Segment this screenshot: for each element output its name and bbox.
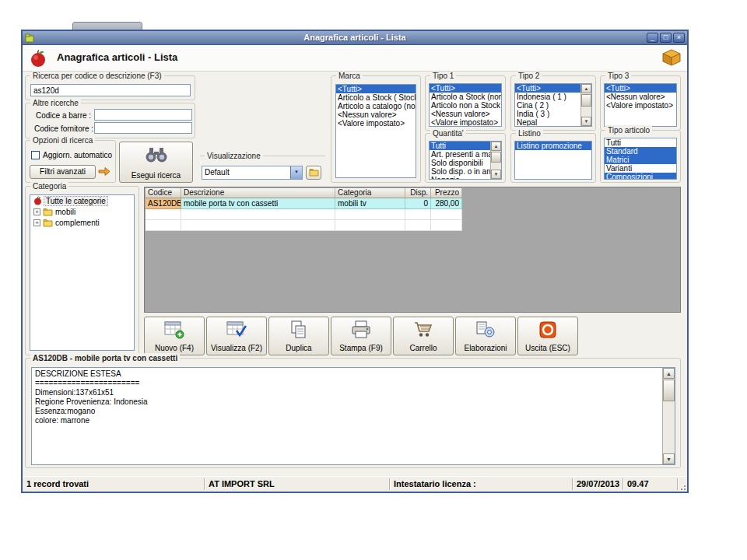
- advanced-filters-button[interactable]: Filtri avanzati: [30, 165, 96, 179]
- scrollbar-thumb[interactable]: [581, 94, 591, 107]
- scroll-up-icon[interactable]: ▲: [663, 368, 675, 379]
- tree-item-label: mobili: [55, 208, 75, 216]
- scrollbar[interactable]: ▲ ▼: [490, 142, 501, 179]
- chevron-down-icon[interactable]: ▼: [290, 166, 302, 179]
- status-divider: [572, 478, 573, 490]
- list-item[interactable]: Solo disp. o in arrivo: [430, 167, 490, 176]
- list-item[interactable]: <Nessun valore>: [336, 110, 416, 119]
- list-item[interactable]: Articolo a Stock (non si a: [430, 93, 501, 101]
- list-item[interactable]: Listino promozione: [515, 142, 591, 150]
- list-item[interactable]: <Tutti>: [605, 84, 676, 93]
- column-header-descrizione[interactable]: Descrizione: [181, 188, 335, 198]
- tipo2-listbox[interactable]: <Tutti> Indonesia ( 1 ) Cina ( 2 ) India…: [514, 83, 592, 127]
- list-item[interactable]: <Valore impostato>: [336, 119, 416, 128]
- tipo3-listbox[interactable]: <Tutti> <Nessun valore> <Valore impostat…: [604, 83, 677, 127]
- print-button[interactable]: Stampa (F9): [331, 317, 391, 355]
- processing-button[interactable]: Elaborazioni: [455, 317, 516, 355]
- apple-icon: [29, 49, 47, 68]
- list-item[interactable]: Articolo non a Stock (si a: [430, 101, 501, 110]
- cell-descrizione[interactable]: mobile porta tv con cassetti: [181, 198, 335, 209]
- tree-item-mobili[interactable]: + mobili: [30, 206, 134, 217]
- view-combobox[interactable]: Default ▼: [202, 166, 303, 180]
- scrollbar[interactable]: ▲ ▼: [662, 368, 675, 464]
- execute-search-label: Esegui ricerca: [132, 171, 181, 180]
- list-item[interactable]: <Tutti>: [430, 84, 501, 93]
- supplier-code-input[interactable]: [94, 122, 192, 134]
- scrollbar[interactable]: ▲ ▼: [580, 84, 591, 126]
- list-item[interactable]: <Tutti>: [515, 84, 580, 93]
- list-item[interactable]: <Tutti>: [336, 85, 416, 93]
- tree-item-all-categories[interactable]: Tutte le categorie: [30, 195, 134, 206]
- scroll-up-icon[interactable]: ▲: [491, 142, 501, 151]
- cell-categoria[interactable]: mobili tv: [335, 198, 405, 209]
- list-item[interactable]: Standard: [605, 147, 676, 156]
- scroll-down-icon[interactable]: ▼: [491, 170, 501, 179]
- cell-disp[interactable]: 0: [405, 198, 431, 209]
- description-text: DESCRIZIONE ESTESA =====================…: [32, 368, 661, 464]
- tree-item-complementi[interactable]: + complementi: [30, 217, 134, 228]
- list-item[interactable]: Articolo a catalogo (non a: [336, 102, 416, 110]
- category-tree[interactable]: Tutte le categorie + mobili +: [30, 194, 135, 351]
- new-button[interactable]: Nuovo (F4): [144, 317, 205, 355]
- cell-prezzo[interactable]: 280,00: [431, 198, 462, 209]
- resize-grip[interactable]: [677, 481, 686, 491]
- scroll-down-icon[interactable]: ▼: [581, 117, 591, 126]
- results-table: Codice Descrizione Categoria Disp. Prezz…: [146, 188, 462, 231]
- table-new-icon: [164, 320, 184, 339]
- scrollbar-thumb[interactable]: [491, 152, 501, 163]
- execute-search-button[interactable]: Esegui ricerca: [119, 142, 193, 183]
- auto-update-checkbox[interactable]: [31, 151, 40, 159]
- expand-icon[interactable]: +: [33, 219, 40, 226]
- view-button[interactable]: Visualizza (F2): [206, 317, 267, 355]
- list-item[interactable]: <Nessun valore>: [605, 93, 676, 101]
- column-header-codice[interactable]: Codice: [146, 188, 181, 198]
- scrollbar-thumb[interactable]: [663, 380, 675, 401]
- description-box[interactable]: DESCRIZIONE ESTESA =====================…: [31, 367, 675, 465]
- cart-button[interactable]: Carrello: [393, 317, 454, 355]
- list-item[interactable]: <Valore impostato>: [430, 118, 501, 127]
- table-row[interactable]: AS120DB mobile porta tv con cassetti mob…: [146, 198, 462, 209]
- list-item[interactable]: <Valore impostato>: [605, 101, 676, 110]
- search-input[interactable]: [30, 84, 191, 96]
- close-button[interactable]: ×: [673, 33, 685, 43]
- quantita-listbox[interactable]: Tutti Art. presenti a maga Solo disponib…: [429, 141, 502, 180]
- scroll-up-icon[interactable]: ▲: [581, 84, 591, 93]
- list-item[interactable]: Tutti: [605, 138, 676, 147]
- list-item[interactable]: <Nessun valore>: [430, 110, 501, 118]
- package-icon: [662, 49, 681, 66]
- scroll-down-icon[interactable]: ▼: [663, 453, 675, 464]
- list-item[interactable]: India ( 3 ): [515, 110, 580, 118]
- cell-codice[interactable]: AS120DB: [146, 198, 181, 209]
- barcode-input[interactable]: [94, 109, 192, 121]
- tipo-articolo-group-label: Tipo articolo: [605, 125, 652, 135]
- minimize-button[interactable]: _: [647, 33, 658, 43]
- list-item[interactable]: Nepal: [515, 118, 580, 127]
- maximize-button[interactable]: □: [660, 33, 672, 43]
- tipo1-listbox[interactable]: <Tutti> Articolo a Stock (non si a Artic…: [429, 83, 502, 127]
- list-item[interactable]: Art. presenti a maga: [430, 150, 490, 159]
- listino-listbox[interactable]: Listino promozione: [514, 141, 592, 180]
- title-bar[interactable]: Anagrafica articoli - Lista _ □ ×: [23, 31, 687, 45]
- view-folder-button[interactable]: [306, 166, 321, 180]
- column-header-disp[interactable]: Disp.: [405, 188, 431, 198]
- list-item[interactable]: Articolo a Stock ( Stock ): [336, 93, 416, 102]
- column-header-categoria[interactable]: Categoria: [335, 188, 405, 198]
- detail-group: AS120DB - mobile porta tv con cassetti D…: [25, 358, 681, 468]
- list-item[interactable]: Indonesia ( 1 ): [515, 93, 580, 101]
- list-item[interactable]: Tutti: [430, 142, 490, 150]
- list-item[interactable]: Cina ( 2 ): [515, 101, 580, 110]
- tipo-articolo-listbox[interactable]: Tutti Standard Matrici Varianti Composiz…: [604, 138, 677, 180]
- status-time: 09.47: [627, 479, 649, 488]
- list-item[interactable]: Matrici: [605, 156, 676, 164]
- expand-icon[interactable]: +: [33, 208, 40, 215]
- list-item[interactable]: Negozio: [430, 176, 490, 180]
- marca-listbox[interactable]: <Tutti> Articolo a Stock ( Stock ) Artic…: [335, 84, 416, 178]
- table-empty-row: [146, 220, 462, 231]
- view-group-label: Visualizzazione: [205, 151, 263, 161]
- column-header-prezzo[interactable]: Prezzo: [431, 188, 462, 198]
- list-item[interactable]: Varianti: [605, 164, 676, 173]
- duplicate-button[interactable]: Duplica: [268, 317, 329, 355]
- list-item[interactable]: Solo disponibili: [430, 159, 490, 167]
- list-item[interactable]: Composizioni: [605, 173, 676, 180]
- exit-button[interactable]: Uscita (ESC): [517, 317, 578, 355]
